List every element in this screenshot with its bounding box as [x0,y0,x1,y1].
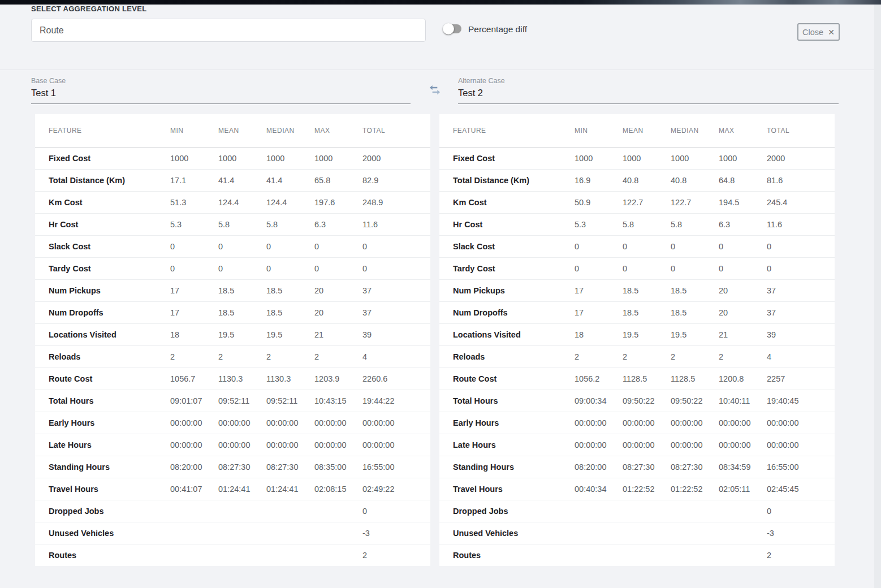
base-case-value[interactable]: Test 1 [31,88,411,104]
value-cell: 0 [170,257,218,279]
value-cell [218,522,266,544]
value-cell: 09:50:22 [671,390,719,412]
value-cell: 09:01:07 [170,390,218,412]
value-cell [623,500,671,522]
table-row: Route Cost1056.21128.51128.51200.82257 [439,368,835,390]
value-cell: 00:40:34 [575,478,623,500]
value-cell: 20 [719,301,767,323]
table-row: Route Cost1056.71130.31130.31203.92260.6 [35,368,430,390]
value-cell: 37 [767,301,835,323]
value-cell: 5.3 [575,213,623,235]
close-button[interactable]: Close ✕ [797,23,840,41]
value-cell: 20 [314,279,362,301]
value-cell: 0 [314,235,362,257]
value-cell: 16:55:00 [362,456,430,478]
table-row: Unused Vehicles-3 [439,522,835,544]
value-cell: 01:24:41 [266,478,314,500]
feature-cell: Unused Vehicles [35,522,170,544]
value-cell: 00:00:00 [575,412,623,434]
value-cell: 00:00:00 [314,434,362,456]
value-cell: 1000 [314,147,362,169]
alternate-case-label: Alternate Case [458,77,839,85]
value-cell: 01:24:41 [218,478,266,500]
value-cell: 245.4 [767,191,835,213]
value-cell: 65.8 [314,169,362,191]
value-cell: 01:22:52 [623,478,671,500]
value-cell [719,522,767,544]
value-cell: 0 [767,257,835,279]
value-cell: -3 [362,522,430,544]
feature-cell: Num Dropoffs [439,301,575,323]
table-row: Locations Visited1819.519.52139 [35,323,430,345]
value-cell: 248.9 [362,191,430,213]
value-cell: 01:22:52 [671,478,719,500]
feature-cell: Tardy Cost [439,257,575,279]
value-cell: 08:20:00 [575,456,623,478]
value-cell: 0 [767,500,835,522]
column-header: FEATURE [35,114,170,147]
value-cell: 6.3 [719,213,767,235]
table-row: Total Hours09:01:0709:52:1109:52:1110:43… [35,390,430,412]
value-cell: 18.5 [266,279,314,301]
aggregation-level-input[interactable] [31,19,426,42]
feature-cell: Total Distance (Km) [35,169,170,191]
table-row: Dropped Jobs0 [35,500,430,522]
value-cell: 1000 [623,147,671,169]
table-row: Tardy Cost00000 [439,257,835,279]
value-cell: 81.6 [767,169,835,191]
table-row: Early Hours00:00:0000:00:0000:00:0000:00… [439,412,835,434]
table-row: Travel Hours00:40:3401:22:5201:22:5202:0… [439,478,835,500]
value-cell: 20 [719,279,767,301]
column-header: MEDIAN [266,114,314,147]
value-cell [266,544,314,566]
value-cell: 0 [218,235,266,257]
value-cell: 10:40:11 [719,390,767,412]
aggregation-level-label: SELECT AGGREGATION LEVEL [31,5,146,13]
value-cell: 19:44:22 [362,390,430,412]
background-map-strip [0,0,881,5]
value-cell: 00:00:00 [362,412,430,434]
swap-cases-icon[interactable] [427,83,442,97]
value-cell: 124.4 [266,191,314,213]
feature-cell: Total Hours [439,390,575,412]
percentage-diff-toggle[interactable] [443,23,461,34]
feature-cell: Locations Visited [35,323,170,345]
value-cell: 18 [575,323,623,345]
base-case-field: Base Case Test 1 [31,77,411,104]
value-cell: 4 [362,345,430,368]
value-cell: 4 [767,345,835,368]
value-cell: 1056.2 [575,368,623,390]
feature-cell: Routes [439,544,575,566]
table-row: Fixed Cost10001000100010002000 [439,147,835,169]
value-cell [170,544,218,566]
feature-cell: Reloads [439,345,575,368]
value-cell: 1000 [719,147,767,169]
value-cell: 08:27:30 [218,456,266,478]
alternate-case-value[interactable]: Test 2 [458,88,839,104]
value-cell: 16:55:00 [767,456,835,478]
value-cell: 08:34:59 [719,456,767,478]
value-cell: 00:00:00 [671,434,719,456]
value-cell: 5.8 [671,213,719,235]
feature-cell: Slack Cost [35,235,170,257]
value-cell: 19:40:45 [767,390,835,412]
value-cell [671,500,719,522]
value-cell: 18.5 [671,279,719,301]
table-row: Num Pickups1718.518.52037 [35,279,430,301]
table-row: Hr Cost5.35.85.86.311.6 [35,213,430,235]
value-cell: 19.5 [218,323,266,345]
value-cell: 124.4 [218,191,266,213]
value-cell [671,544,719,566]
value-cell: 00:00:00 [218,412,266,434]
table-row: Total Distance (Km)16.940.840.864.881.6 [439,169,835,191]
value-cell: 18.5 [218,301,266,323]
feature-cell: Unused Vehicles [439,522,575,544]
value-cell: 00:00:00 [719,434,767,456]
feature-cell: Early Hours [35,412,170,434]
column-header: MEDIAN [671,114,719,147]
value-cell: 0 [362,235,430,257]
value-cell: 2 [266,345,314,368]
value-cell: 00:41:07 [170,478,218,500]
base-case-table: FEATUREMINMEANMEDIANMAXTOTAL Fixed Cost1… [35,114,430,566]
value-cell: 1203.9 [314,368,362,390]
